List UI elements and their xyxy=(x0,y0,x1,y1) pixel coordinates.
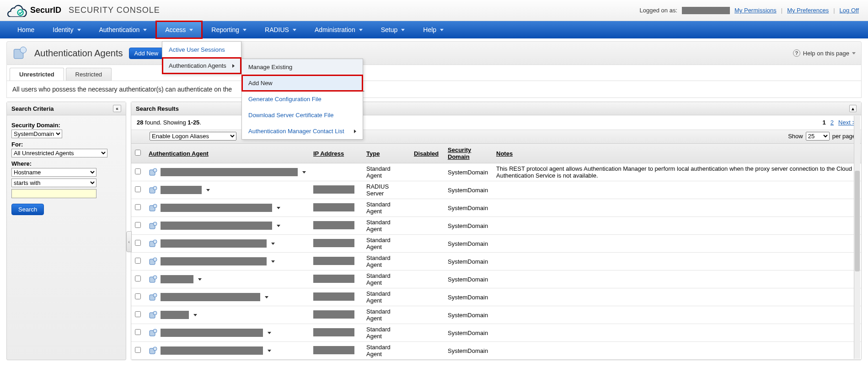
tab-restricted[interactable]: Restricted xyxy=(66,68,112,81)
svg-point-4 xyxy=(153,168,157,172)
my-permissions-link[interactable]: My Permissions xyxy=(734,7,777,14)
row-menu-caret[interactable] xyxy=(271,260,275,263)
search-button[interactable]: Search xyxy=(11,204,44,215)
cell-notes xyxy=(493,324,861,342)
nav-radius[interactable]: RADIUS xyxy=(256,21,305,38)
cell-domain: SystemDomain xyxy=(444,199,493,217)
nav-setup[interactable]: Setup xyxy=(372,21,414,38)
row-menu-caret[interactable] xyxy=(271,243,275,245)
cell-type: Standard Agent xyxy=(363,306,410,324)
row-checkbox[interactable] xyxy=(135,204,141,210)
cell-domain: SystemDomain xyxy=(444,163,493,181)
submenu-download-cert[interactable]: Download Server Certificate File xyxy=(242,107,363,123)
row-checkbox[interactable] xyxy=(135,329,141,335)
cell-notes xyxy=(493,217,861,235)
row-checkbox[interactable] xyxy=(135,222,141,228)
agent-icon xyxy=(149,168,158,177)
col-ip[interactable]: IP Address xyxy=(310,144,363,163)
col-disabled[interactable]: Disabled xyxy=(410,144,444,163)
row-checkbox[interactable] xyxy=(135,347,141,353)
chevron-down-icon xyxy=(189,29,193,31)
row-checkbox[interactable] xyxy=(135,311,141,317)
nav-help[interactable]: Help xyxy=(414,21,453,38)
nav-home[interactable]: Home xyxy=(8,21,43,38)
row-menu-caret[interactable] xyxy=(268,350,271,352)
row-menu-caret[interactable] xyxy=(277,207,280,209)
agent-name-redacted xyxy=(161,311,189,319)
cell-disabled xyxy=(410,306,444,324)
login-info: Logged on as: My Permissions | My Prefer… xyxy=(640,7,859,14)
for-select[interactable]: All Unrestricted Agents xyxy=(11,149,107,157)
panel-collapse-handle[interactable]: ‹ xyxy=(126,231,132,252)
cell-disabled xyxy=(410,199,444,217)
results-scrollbar[interactable] xyxy=(854,116,860,359)
agent-name-redacted xyxy=(161,186,202,194)
where-operator-select[interactable]: starts with xyxy=(11,179,96,187)
row-checkbox[interactable] xyxy=(135,293,141,299)
scroll-up-button[interactable]: ▲ xyxy=(849,105,857,112)
security-domain-select[interactable]: SystemDomain xyxy=(11,130,62,138)
where-value-input[interactable] xyxy=(11,189,96,198)
col-agent[interactable]: Authentication Agent xyxy=(145,144,310,163)
nav-reporting[interactable]: Reporting xyxy=(202,21,256,38)
cell-type: Standard Agent xyxy=(363,199,410,217)
col-type[interactable]: Type xyxy=(363,144,410,163)
row-checkbox[interactable] xyxy=(135,240,141,246)
row-checkbox[interactable] xyxy=(135,186,141,192)
submenu-manage-existing[interactable]: Manage Existing xyxy=(242,59,363,75)
nav-access[interactable]: Access xyxy=(156,21,202,38)
submenu-generate-config[interactable]: Generate Configuration File xyxy=(242,91,363,107)
row-checkbox[interactable] xyxy=(135,168,141,174)
row-menu-caret[interactable] xyxy=(302,171,306,173)
my-preferences-link[interactable]: My Preferences xyxy=(787,7,829,14)
tab-unrestricted[interactable]: Unrestricted xyxy=(10,68,64,81)
agent-name-redacted xyxy=(161,168,298,176)
submenu-contact-list[interactable]: Authentication Manager Contact List xyxy=(242,123,363,139)
table-row: Standard Agent SystemDomain xyxy=(131,288,861,306)
select-all-checkbox[interactable] xyxy=(135,150,141,156)
cell-type: Standard Agent xyxy=(363,288,410,306)
table-row: Standard Agent SystemDomain xyxy=(131,199,861,217)
ip-redacted xyxy=(313,185,354,194)
row-menu-caret[interactable] xyxy=(193,314,197,316)
help-on-page[interactable]: ? Help on this page xyxy=(793,49,856,57)
collapse-sidebar-button[interactable]: « xyxy=(113,105,121,112)
nav-administration[interactable]: Administration xyxy=(305,21,372,38)
page-next[interactable]: Next > xyxy=(838,119,856,126)
submenu-add-new[interactable]: Add New xyxy=(242,75,363,91)
row-menu-caret[interactable] xyxy=(277,225,280,227)
row-checkbox[interactable] xyxy=(135,276,141,281)
row-menu-caret[interactable] xyxy=(206,189,210,191)
page-1[interactable]: 1 xyxy=(823,119,826,126)
nav-authentication[interactable]: Authentication xyxy=(90,21,156,38)
security-domain-label: Security Domain: xyxy=(11,122,121,129)
row-menu-caret[interactable] xyxy=(198,278,202,281)
log-off-link[interactable]: Log Off xyxy=(840,7,859,14)
cell-disabled xyxy=(410,271,444,288)
cell-type: Standard Agent xyxy=(363,253,410,271)
page-2[interactable]: 2 xyxy=(830,119,834,126)
agent-name-redacted xyxy=(161,346,263,355)
chevron-down-icon xyxy=(359,29,363,31)
bulk-action-select[interactable]: Enable Logon Aliases xyxy=(150,132,236,141)
tabs: Unrestricted Restricted xyxy=(6,65,862,81)
row-menu-caret[interactable] xyxy=(265,296,268,298)
menu-authentication-agents[interactable]: Authentication Agents xyxy=(162,58,241,74)
col-notes[interactable]: Notes xyxy=(493,144,861,163)
where-field-select[interactable]: Hostname xyxy=(11,168,96,177)
cell-type: Standard Agent xyxy=(363,324,410,342)
chevron-down-icon xyxy=(243,29,246,31)
row-checkbox[interactable] xyxy=(135,258,141,264)
nav-identity[interactable]: Identity xyxy=(43,21,90,38)
agent-icon xyxy=(149,185,158,195)
per-page-select[interactable]: 25 xyxy=(806,132,830,141)
logged-user-redacted xyxy=(682,7,730,14)
col-domain[interactable]: Security Domain xyxy=(444,144,493,163)
add-new-button[interactable]: Add New xyxy=(129,48,163,59)
agent-icon xyxy=(149,257,158,266)
menu-active-user-sessions[interactable]: Active User Sessions xyxy=(162,42,241,58)
chevron-down-icon xyxy=(293,29,296,31)
access-dropdown: Active User Sessions Authentication Agen… xyxy=(162,41,241,74)
search-results-panel: ‹ Search Results ▲ 28 found. Showing 1-2… xyxy=(131,102,862,360)
row-menu-caret[interactable] xyxy=(268,332,271,334)
